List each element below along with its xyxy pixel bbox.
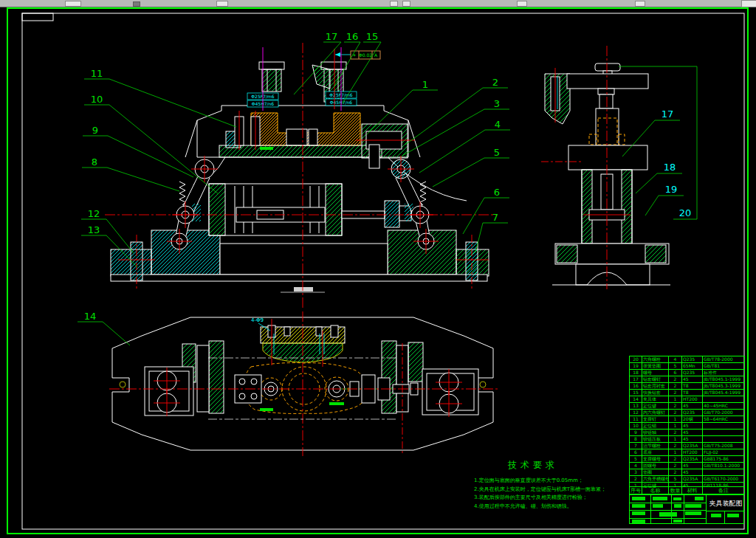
- tiny-dim-blob: [260, 147, 273, 150]
- bom-cell: 16: [630, 382, 642, 389]
- bom-cell: GB/T810.1-2000: [703, 462, 745, 469]
- bom-row: 2六角开槽螺母5Q235AGB/T6170-2000: [630, 475, 745, 482]
- callout-side-18: 18: [664, 162, 676, 173]
- bom-cell: 2: [669, 376, 682, 382]
- drill-bushing-detail: Φ25F7/m6 Φ45H7/n6 Φ25F7/m6 Φ45H7/n6: [247, 62, 357, 107]
- dimension-blob: [294, 287, 313, 292]
- callout-12: 12: [88, 208, 100, 219]
- bom-cell: Q235A: [682, 442, 703, 449]
- bom-row: 4圆螺母245GB/T810.1-2000: [630, 462, 745, 469]
- bom-cell: 弹簧垫圈: [642, 362, 669, 369]
- bom-cell: GB/T78-2000: [703, 356, 745, 362]
- bom-cell: JB/T8045.4-1999: [703, 389, 745, 396]
- bom-cell: Q235: [682, 409, 703, 415]
- bom-cell: 1: [669, 449, 682, 455]
- bom-cell: Q235A: [682, 455, 703, 462]
- bom-cell: 1: [669, 435, 682, 442]
- bom-cell: [703, 435, 745, 442]
- bom-cell: 六角螺栓: [642, 356, 669, 362]
- bom-row: 5支撑螺母2Q235AGB8175-86: [630, 455, 745, 462]
- bom-cell: 垫圈: [642, 469, 669, 475]
- clamp-knob: [595, 63, 620, 71]
- callout-16: 16: [346, 31, 359, 42]
- callout-2: 2: [492, 77, 498, 88]
- bom-cell: 65Mn: [682, 362, 703, 369]
- bom-row: 12内六角螺钉2Q235GB/T70-2000: [630, 409, 745, 415]
- bom-row: 3垫圈245: [630, 469, 745, 475]
- bom-cell: 45: [682, 422, 703, 429]
- bom-cell: 4: [630, 462, 642, 469]
- tech-requirement-line: 2.夹具在机床上安装时，定位键应与机床T形槽一面靠紧；: [474, 486, 647, 494]
- bom-cell: 11: [630, 415, 642, 422]
- bom-cell: 2: [669, 382, 682, 389]
- bom-cell: 19: [630, 362, 642, 369]
- dim-bottom-holes: 4-Φ9: [251, 317, 264, 323]
- bom-cell: HT200: [682, 396, 703, 402]
- technical-requirements: 技术要求 1.定位面与底面的垂直度误差不大于0.05mm； 2.夹具在机床上安装…: [474, 459, 647, 511]
- drawing-title: 夹具装配图: [707, 497, 745, 510]
- bom-row: 20六角螺栓4Q235GB/T78-2000: [630, 356, 745, 362]
- bom-row: 13定位键24540~45HRC: [630, 402, 745, 409]
- bom-cell: 18: [630, 369, 642, 376]
- bom-cell: GB/T75-2008: [703, 442, 745, 449]
- bom-cell: 内六角螺钉: [642, 409, 669, 415]
- bom-cell: 六角开槽螺母: [642, 475, 669, 482]
- bom-row: 7活节螺栓2Q235AGB/T75-2008: [630, 442, 745, 449]
- bom-cell: GB8175-86: [703, 455, 745, 462]
- bom-cell: 10: [630, 422, 642, 429]
- callout-side-19: 19: [665, 184, 678, 195]
- bom-cell: 1: [669, 422, 682, 429]
- bom-cell: 45: [682, 462, 703, 469]
- support-plate: [219, 145, 382, 157]
- bom-table-header: 序号名称数量材料备注: [629, 486, 744, 494]
- callout-10: 10: [91, 94, 103, 105]
- bottom-view: 4-Φ9: [109, 311, 498, 456]
- bom-cell: Q235: [682, 369, 703, 376]
- bom-cell: GB/T70-2000: [703, 409, 745, 415]
- bom-header-cell: 数量: [669, 486, 682, 494]
- bom-cell: 45: [682, 469, 703, 475]
- bom-table-body: 20六角螺栓4Q235GB/T78-200019弹簧垫圈565MnGB/T811…: [629, 356, 744, 486]
- tech-requirements-title: 技术要求: [508, 459, 647, 472]
- bom-cell: 1: [669, 415, 682, 422]
- callout-6: 6: [494, 187, 500, 198]
- bom-cell: 定位键: [642, 402, 669, 409]
- tech-requirement-line: 4.使用过程中不允许磕、碰、划伤和锈蚀。: [474, 503, 647, 511]
- bom-cell: 3: [630, 469, 642, 475]
- tiny-dim-blob: [260, 408, 273, 411]
- bom-cell: 20钢: [682, 415, 703, 422]
- bom-cell: 40~45HRC: [703, 402, 745, 409]
- left-end-unit: [145, 367, 193, 415]
- bom-cell: 20: [630, 356, 642, 362]
- bom-header-cell: 材料: [682, 486, 703, 494]
- bom-row: 19弹簧垫圈565MnGB/T81: [630, 362, 745, 369]
- bom-cell: 8: [630, 435, 642, 442]
- bom-cell: 2: [669, 409, 682, 415]
- bom-header-cell: 名称: [642, 486, 669, 494]
- bom-cell: 2: [669, 469, 682, 475]
- frame-corner-tab: [22, 13, 53, 21]
- bom-cell: 钻套用衬套: [642, 382, 669, 389]
- bom-cell: GB/T6170-2000: [703, 475, 745, 482]
- callout-13: 13: [88, 224, 100, 235]
- callout-4: 4: [495, 119, 501, 130]
- callout-11: 11: [91, 68, 103, 79]
- clamp-plate: [567, 74, 648, 89]
- bom-cell: GB/T81: [703, 362, 745, 369]
- spring: [179, 182, 185, 205]
- bom-cell: [703, 469, 745, 475]
- callout-7: 7: [492, 212, 498, 223]
- bom-cell: 45: [682, 376, 703, 382]
- bom-cell: 支撑螺母: [642, 455, 669, 462]
- bom-cell: 6: [669, 369, 682, 376]
- callout-9: 9: [92, 125, 98, 136]
- bom-header-cell: 序号: [630, 486, 642, 494]
- tech-requirement-line: 3.装配后按部件的主要尺寸及相关精度进行检验；: [474, 494, 647, 503]
- bom-cell: 15: [630, 389, 642, 396]
- bom-row: 10定位销145: [630, 422, 745, 429]
- bom-cell: 螺母: [642, 369, 669, 376]
- bom-cell: 圆螺母: [642, 462, 669, 469]
- bom-cell: 7: [630, 442, 642, 449]
- bom-cell: JB/T8045.3-1999: [703, 382, 745, 389]
- bom-row: 16钻套用衬套2T8JB/T8045.3-1999: [630, 382, 745, 389]
